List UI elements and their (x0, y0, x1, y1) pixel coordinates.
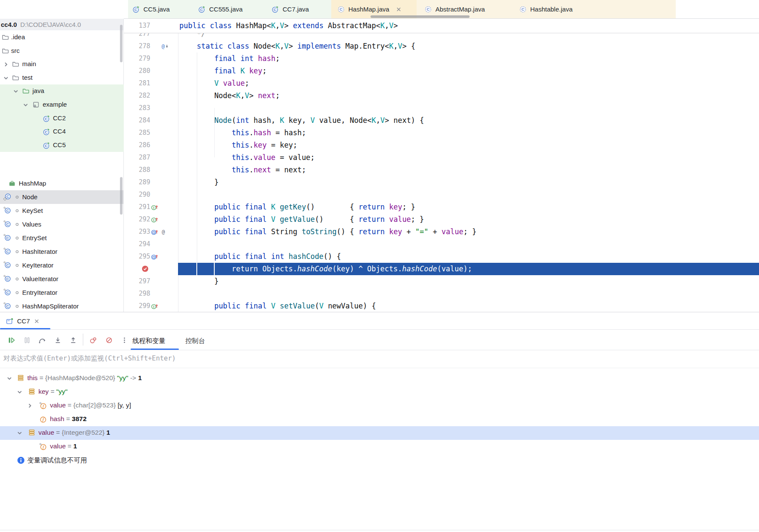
chev-down-icon[interactable] (6, 375, 13, 382)
tree-item-CC5[interactable]: CCC5 (0, 139, 124, 152)
code-line[interactable]: 283 (124, 102, 759, 114)
code-line[interactable]: 292I public final V getValue() { return … (124, 213, 759, 226)
chev-right-icon[interactable] (3, 61, 9, 68)
code-line[interactable]: 281 V value; (124, 77, 759, 90)
variable-row[interactable]: fhash = 3872 (0, 413, 759, 426)
code-text: this.key = key; (179, 139, 297, 151)
code-text: public final int hashCode() { (179, 250, 341, 263)
structure-item-Values[interactable]: CValues (0, 218, 124, 231)
tree-item-main[interactable]: main (0, 58, 124, 71)
over-up-icon[interactable]: O (151, 228, 158, 235)
chev-down-icon[interactable] (3, 75, 9, 81)
tab-label: CC5.java (143, 6, 170, 13)
debug-view-tab-console[interactable]: 控制台 (185, 335, 205, 346)
structure-item-HashMapSpliterator[interactable]: CHashMapSpliterator (0, 299, 124, 313)
tabbar-scrollbar-thumb[interactable] (371, 15, 470, 18)
tree-item-example[interactable]: example (0, 98, 124, 112)
variable-row[interactable]: key = "yy" (0, 385, 759, 399)
variable-row[interactable]: fvalue = 1 (0, 440, 759, 454)
code-line[interactable]: 291I public final K getKey() { return ke… (124, 201, 759, 213)
code-line[interactable]: return Objects.hashCode(key) ^ Objects.h… (124, 263, 759, 275)
variable-row[interactable]: value = {Integer@522} 1 (0, 426, 759, 440)
tree-item-idea[interactable]: .idea (0, 31, 124, 44)
close-icon[interactable] (395, 6, 402, 13)
line-number: 290 (128, 189, 150, 201)
code-line[interactable]: 298 (124, 288, 759, 300)
chev-down-icon[interactable] (16, 430, 23, 436)
more-button[interactable] (120, 335, 129, 345)
breakpoint-icon[interactable] (141, 265, 149, 273)
code-line[interactable]: 289 } (124, 176, 759, 189)
view-breakpoints-button[interactable] (89, 335, 98, 345)
code-line[interactable]: 278@ static class Node<K,V> implements M… (124, 40, 759, 52)
mute-breakpoints-button[interactable] (104, 335, 114, 345)
code-line[interactable]: 287 this.value = value; (124, 151, 759, 164)
debug-console-icon (6, 318, 14, 325)
svg-text:C: C (45, 130, 48, 134)
code-line[interactable]: 282 Node<K,V> next; (124, 90, 759, 102)
step-out-button[interactable] (68, 335, 78, 345)
structure-item-EntrySet[interactable]: CEntrySet (0, 231, 124, 245)
tab-Hashtable-java[interactable]: CHashtable.java (513, 0, 592, 18)
structure-scrollbar-thumb[interactable] (120, 177, 123, 215)
variable-row[interactable]: this = {HashMap$Node@520} "yy" -> 1 (0, 372, 759, 385)
project-scrollbar-thumb[interactable] (120, 25, 123, 62)
dot-icon (15, 304, 20, 309)
code-line[interactable]: 280 final K key; (124, 65, 759, 77)
project-header[interactable]: cc4.0 D:\CODE\JAVA\cc4.0 (0, 19, 124, 30)
code-line[interactable]: 286 this.key = key; (124, 139, 759, 151)
close-icon[interactable] (33, 318, 40, 325)
chev-right-icon[interactable] (26, 402, 33, 409)
chev-down-icon[interactable] (16, 389, 23, 395)
structure-item-ValueIterator[interactable]: CValueIterator (0, 272, 124, 286)
tree-item-label: java (32, 87, 44, 94)
sticky-line[interactable]: 137public class HashMap<K,V> extends Abs… (124, 19, 759, 33)
expression-input[interactable]: 对表达式求值(Enter)或添加监视(Ctrl+Shift+Enter) (0, 350, 759, 368)
impl-up-icon[interactable]: I (151, 216, 158, 223)
tree-item-CC2[interactable]: CCC2 (0, 112, 124, 125)
class-key-icon: C (3, 206, 12, 214)
structure-item-label: KeySet (22, 207, 43, 214)
tab-CC5-java[interactable]: CCC5.java (126, 0, 190, 18)
debug-view-tab-threads-variables[interactable]: 线程和变量 (132, 335, 166, 346)
tab-CC555-java[interactable]: CCC555.java (192, 0, 263, 18)
step-into-button[interactable] (53, 335, 62, 345)
debug-session-tab[interactable]: CC7 (0, 313, 50, 329)
code-line[interactable]: 295O public final int hashCode() { (124, 250, 759, 263)
structure-item-EntryIterator[interactable]: CEntryIterator (0, 286, 124, 299)
code-line[interactable]: 293O@ public final String toString() { r… (124, 226, 759, 238)
tree-item-java[interactable]: java (0, 84, 124, 98)
over-up-icon[interactable]: O (151, 253, 158, 260)
structure-item-HashIterator[interactable]: CHashIterator (0, 245, 124, 259)
svg-text:I: I (153, 206, 154, 210)
tree-item-CC4[interactable]: CCC4 (0, 125, 124, 139)
lib-class-icon: C (424, 6, 432, 13)
structure-item-KeySet[interactable]: CKeySet (0, 204, 124, 218)
chev-down-icon[interactable] (22, 102, 29, 108)
tab-CC7-java[interactable]: CCC7.java (266, 0, 325, 18)
variable-text: hash = 3872 (50, 415, 87, 423)
chev-down-icon[interactable] (12, 88, 19, 95)
pause-button[interactable] (22, 335, 32, 345)
impl-up-icon[interactable]: I (151, 203, 158, 211)
variable-row[interactable]: fvalue = {char[2]@523} [y, y] (0, 399, 759, 413)
structure-item-Node[interactable]: CNode (0, 190, 124, 204)
structure-item-label: EntrySet (22, 234, 47, 241)
code-line[interactable]: 290 (124, 189, 759, 201)
code-line[interactable]: 297 } (124, 275, 759, 288)
code-line[interactable]: 285 this.hash = hash; (124, 127, 759, 139)
code-line[interactable]: 294 (124, 238, 759, 250)
code-line[interactable]: 284 Node(int hash, K key, V value, Node<… (124, 114, 759, 127)
code-line[interactable]: 279 final int hash; (124, 52, 759, 65)
resume-button[interactable] (7, 335, 16, 345)
structure-root[interactable]: HashMap (0, 177, 124, 190)
code-line[interactable]: 288 this.next = next; (124, 164, 759, 176)
impl-up-icon[interactable]: I (151, 302, 158, 310)
step-over-button[interactable] (38, 335, 47, 345)
tree-item-src[interactable]: src (0, 44, 124, 58)
structure-item-KeyIterator[interactable]: CKeyIterator (0, 259, 124, 272)
tree-item-test[interactable]: test (0, 71, 124, 85)
code-line[interactable]: 299I public final V setValue(V newValue)… (124, 300, 759, 312)
at-gray-icon[interactable]: @ (161, 228, 167, 235)
at-down-icon[interactable]: @ (161, 43, 169, 50)
